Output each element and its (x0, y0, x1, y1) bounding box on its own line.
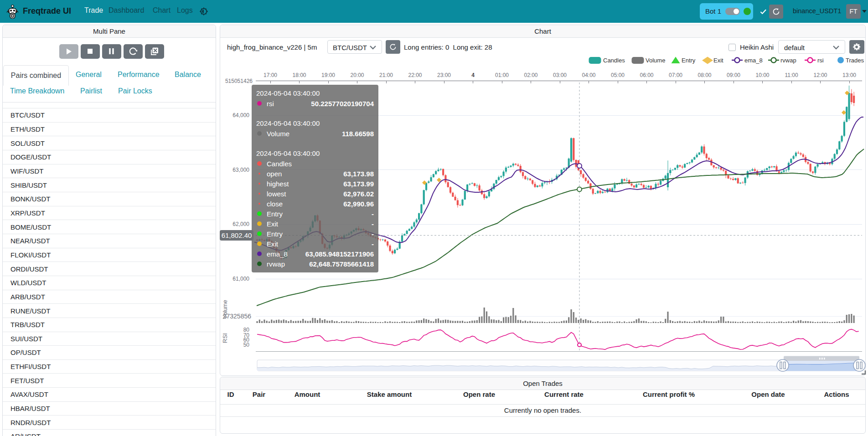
svg-text:4: 4 (471, 72, 475, 78)
svg-text:08:00: 08:00 (698, 72, 711, 78)
svg-text:RSI: RSI (222, 333, 228, 343)
svg-text:04:00: 04:00 (582, 72, 595, 78)
svg-text:rsi: rsi (817, 57, 824, 64)
svg-text:19:00: 19:00 (321, 72, 335, 78)
svg-text:Volume: Volume (646, 57, 665, 64)
svg-text:22:00: 22:00 (408, 72, 422, 78)
svg-text:Volume: Volume (222, 300, 228, 319)
svg-text:02:00: 02:00 (524, 72, 537, 78)
svg-text:21:00: 21:00 (379, 72, 393, 78)
svg-text:07:00: 07:00 (669, 72, 682, 78)
svg-text:64,000: 64,000 (232, 112, 249, 118)
svg-text:13:00: 13:00 (842, 72, 856, 78)
svg-text:Entry: Entry (682, 57, 696, 64)
svg-text:18:00: 18:00 (292, 72, 306, 78)
svg-text:61,000: 61,000 (232, 276, 249, 282)
svg-text:05:00: 05:00 (611, 72, 625, 78)
svg-text:03:00: 03:00 (553, 72, 567, 78)
svg-text:50: 50 (243, 342, 250, 348)
svg-text:Exit: Exit (713, 57, 723, 64)
svg-text:rvwap: rvwap (780, 57, 796, 64)
svg-text:09:00: 09:00 (727, 72, 740, 78)
svg-text:Candles: Candles (603, 57, 625, 64)
svg-text:Trades: Trades (846, 57, 864, 64)
svg-text:10:00: 10:00 (755, 72, 769, 78)
svg-text:20:00: 20:00 (350, 72, 364, 78)
svg-text:62,000: 62,000 (232, 221, 249, 227)
svg-text:515051426: 515051426 (225, 78, 253, 84)
svg-text:17:00: 17:00 (264, 72, 277, 78)
svg-text:12:00: 12:00 (813, 72, 827, 78)
svg-text:06:00: 06:00 (640, 72, 653, 78)
svg-text:11:00: 11:00 (785, 72, 798, 78)
svg-text:ema_8: ema_8 (744, 57, 763, 64)
svg-text:01:00: 01:00 (495, 72, 509, 78)
svg-text:23:00: 23:00 (437, 72, 451, 78)
svg-text:63,000: 63,000 (232, 167, 249, 173)
